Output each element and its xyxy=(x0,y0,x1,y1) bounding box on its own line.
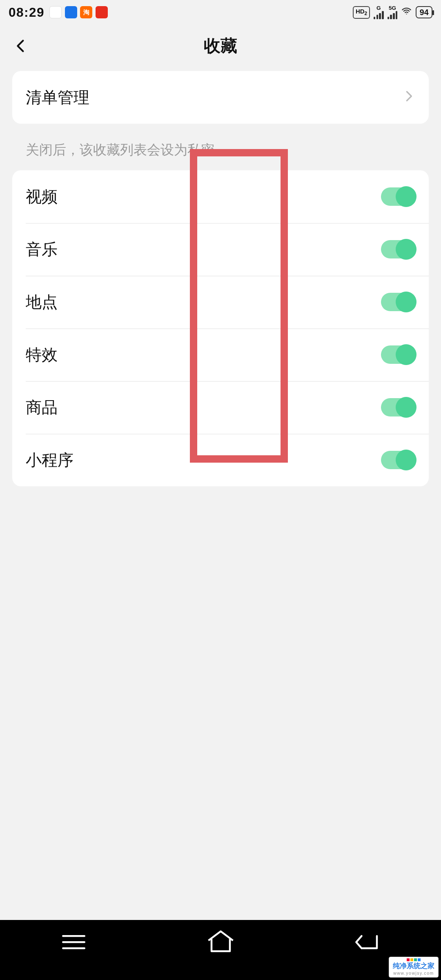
toggle-video[interactable] xyxy=(381,187,415,206)
watermark-badge: 纯净系统之家 www.yowjsy.com xyxy=(389,957,439,978)
toggle-label: 商品 xyxy=(26,396,58,419)
system-nav-bar xyxy=(0,920,441,980)
hd-badge: HD2 xyxy=(353,6,370,19)
back-button[interactable] xyxy=(9,34,33,58)
notif-icon-4 xyxy=(96,6,108,18)
content: 清单管理 关闭后，该收藏列表会设为私密 视频 音乐 地点 特效 商品 小 xyxy=(0,71,441,486)
notif-icon-2 xyxy=(65,6,77,18)
notif-icon-1 xyxy=(49,6,62,18)
page-header: 收藏 xyxy=(0,24,441,67)
watermark-title: 纯净系统之家 xyxy=(393,962,434,969)
watermark-url: www.yowjsy.com xyxy=(393,969,434,977)
toggle-miniapp[interactable] xyxy=(381,451,415,469)
toggle-place[interactable] xyxy=(381,293,415,311)
toggle-label: 特效 xyxy=(26,344,58,366)
toggle-row-music: 音乐 xyxy=(12,223,429,276)
chevron-right-icon xyxy=(402,89,415,105)
toggle-row-place: 地点 xyxy=(12,276,429,328)
manage-list-label: 清单管理 xyxy=(26,87,89,109)
home-icon xyxy=(205,930,236,954)
toggle-label: 视频 xyxy=(26,186,58,208)
toggle-label: 音乐 xyxy=(26,238,58,261)
toggle-row-effects: 特效 xyxy=(12,328,429,381)
toggle-goods[interactable] xyxy=(381,398,415,416)
status-left: 08:29 淘 xyxy=(9,5,108,20)
signal-1: G xyxy=(374,6,384,19)
toggle-row-goods: 商品 xyxy=(12,381,429,434)
status-right: HD2 G 5G 94 xyxy=(353,6,432,19)
toggle-row-miniapp: 小程序 xyxy=(12,434,429,486)
notif-icon-3: 淘 xyxy=(80,6,92,18)
manage-list-row[interactable]: 清单管理 xyxy=(12,71,429,124)
nav-home-button[interactable] xyxy=(205,932,236,952)
status-app-icons: 淘 xyxy=(49,6,108,18)
nav-recent-button[interactable] xyxy=(58,932,89,952)
status-time: 08:29 xyxy=(9,5,45,20)
toggle-row-video: 视频 xyxy=(12,170,429,223)
toggle-music[interactable] xyxy=(381,240,415,258)
manage-card: 清单管理 xyxy=(12,71,429,124)
toggle-label: 地点 xyxy=(26,291,58,313)
back-arrow-icon xyxy=(352,931,383,953)
signal-2: 5G xyxy=(388,6,398,19)
toggle-effects[interactable] xyxy=(381,345,415,364)
chevron-left-icon xyxy=(13,38,29,54)
menu-lines-icon xyxy=(58,931,89,953)
nav-back-button[interactable] xyxy=(352,932,383,952)
section-hint: 关闭后，该收藏列表会设为私密 xyxy=(12,124,429,170)
status-bar: 08:29 淘 HD2 G 5G 94 xyxy=(0,0,441,24)
toggle-label: 小程序 xyxy=(26,449,74,471)
toggles-card: 视频 音乐 地点 特效 商品 小程序 xyxy=(12,170,429,486)
battery-indicator: 94 xyxy=(416,6,432,18)
page-title: 收藏 xyxy=(204,35,237,57)
wifi-icon xyxy=(401,6,412,19)
